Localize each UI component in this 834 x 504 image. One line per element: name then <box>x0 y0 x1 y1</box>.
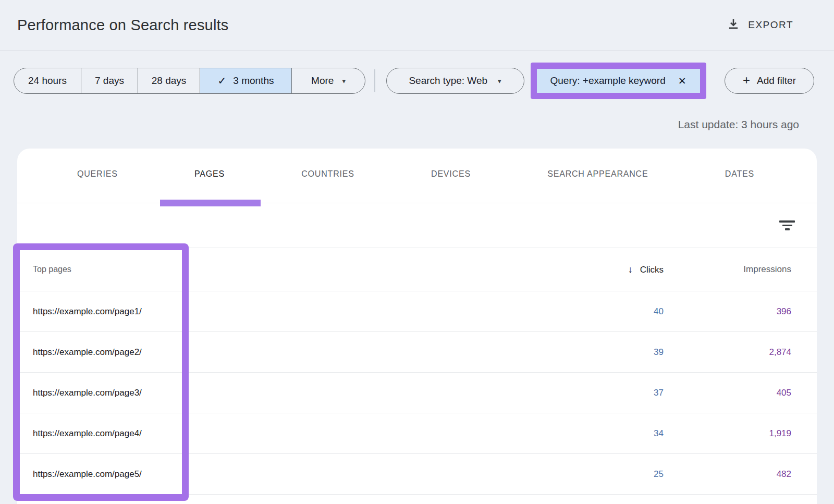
page-url[interactable]: https://example.com/page1/ <box>17 306 570 317</box>
tab-queries[interactable]: QUERIES <box>77 169 118 182</box>
filter-bar: 24 hours 7 days 28 days ✓ 3 months More … <box>0 65 834 97</box>
table-row: https://example.com/page4/ 34 1,919 <box>17 413 817 454</box>
impressions-value: 405 <box>664 388 791 398</box>
table-toolbar <box>17 203 817 248</box>
table-row: https://example.com/page3/ 37 405 <box>17 373 817 413</box>
page-url[interactable]: https://example.com/page5/ <box>17 469 570 480</box>
chevron-down-icon: ▾ <box>498 77 501 85</box>
impressions-value: 2,874 <box>664 347 791 358</box>
clicks-value: 37 <box>570 388 664 398</box>
date-range-28-days[interactable]: 28 days <box>138 68 200 93</box>
report-card: QUERIES PAGES COUNTRIES DEVICES SEARCH A… <box>17 149 817 504</box>
column-header-impressions[interactable]: Impressions <box>664 264 791 275</box>
checkmark-icon: ✓ <box>218 75 227 87</box>
date-range-7-days[interactable]: 7 days <box>81 68 138 93</box>
page-url[interactable]: https://example.com/page3/ <box>17 388 570 398</box>
column-header-top-pages[interactable]: Top pages <box>17 265 570 274</box>
download-icon <box>727 17 740 33</box>
sort-desc-icon: ↓ <box>628 264 633 275</box>
vertical-divider <box>374 69 375 92</box>
page-url[interactable]: https://example.com/page4/ <box>17 428 570 439</box>
close-icon[interactable]: ✕ <box>678 75 686 87</box>
more-label: More <box>311 75 334 87</box>
filter-rows-icon[interactable] <box>779 220 795 230</box>
export-button[interactable]: EXPORT <box>727 17 793 33</box>
add-filter-button[interactable]: + Add filter <box>725 68 814 94</box>
tab-devices[interactable]: DEVICES <box>431 169 471 182</box>
clicks-value: 40 <box>570 306 664 317</box>
clicks-value: 25 <box>570 469 664 480</box>
clicks-value: 39 <box>570 347 664 358</box>
date-range-3-months[interactable]: ✓ 3 months <box>200 68 291 93</box>
search-type-dropdown[interactable]: Search type: Web ▾ <box>386 68 524 94</box>
date-range-label: 3 months <box>233 75 274 87</box>
page-title: Performance on Search results <box>17 17 229 34</box>
date-range-label: 7 days <box>95 75 124 87</box>
date-range-24-hours[interactable]: 24 hours <box>14 68 81 93</box>
add-filter-label: Add filter <box>757 75 796 87</box>
tab-dates[interactable]: DATES <box>725 169 754 182</box>
tab-search-appearance[interactable]: SEARCH APPEARANCE <box>547 169 648 182</box>
plus-icon: + <box>743 74 750 87</box>
page-url[interactable]: https://example.com/page2/ <box>17 347 570 358</box>
dimension-tabs: QUERIES PAGES COUNTRIES DEVICES SEARCH A… <box>17 149 817 203</box>
table-header-row: Top pages ↓Clicks Impressions <box>17 248 817 291</box>
query-filter-chip[interactable]: Query: +example keyword ✕ <box>537 69 700 93</box>
date-range-more-button[interactable]: More ▾ <box>291 68 365 93</box>
active-tab-indicator <box>160 200 261 206</box>
clicks-header-label: Clicks <box>640 265 664 275</box>
impressions-value: 482 <box>664 469 791 480</box>
table-row: https://example.com/page1/ 40 396 <box>17 291 817 332</box>
table-row: https://example.com/page2/ 39 2,874 <box>17 332 817 373</box>
search-type-label: Search type: Web <box>409 75 487 87</box>
table-row: https://example.com/page5/ 25 482 <box>17 454 817 495</box>
date-range-label: 24 hours <box>28 75 67 87</box>
last-update-text: Last update: 3 hours ago <box>0 118 834 131</box>
column-header-clicks[interactable]: ↓Clicks <box>570 264 664 275</box>
impressions-value: 396 <box>664 306 791 317</box>
impressions-value: 1,919 <box>664 428 791 439</box>
date-range-group: 24 hours 7 days 28 days ✓ 3 months More … <box>14 68 365 94</box>
tab-pages[interactable]: PAGES <box>194 169 225 182</box>
query-filter-annotation: Query: +example keyword ✕ <box>531 63 706 99</box>
tab-countries[interactable]: COUNTRIES <box>301 169 354 182</box>
export-label: EXPORT <box>748 19 793 31</box>
clicks-value: 34 <box>570 428 664 439</box>
date-range-label: 28 days <box>152 75 187 87</box>
page-header: Performance on Search results EXPORT <box>0 0 834 51</box>
query-filter-label: Query: +example keyword <box>550 75 666 87</box>
chevron-down-icon: ▾ <box>342 77 346 85</box>
